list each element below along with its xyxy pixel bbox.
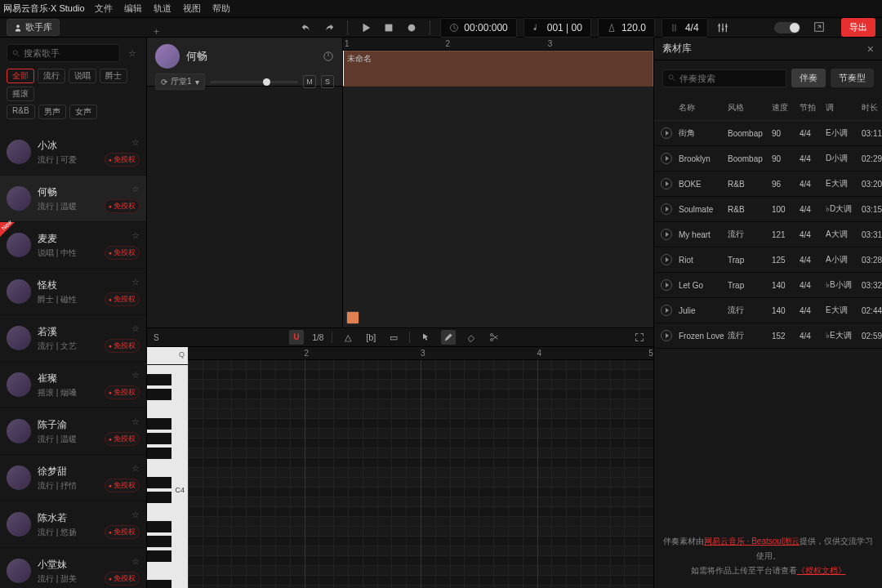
playhead[interactable] (343, 51, 344, 86)
timesig-readout[interactable]: 4/4 (662, 18, 708, 38)
singer-item[interactable]: 崔璨摇滚 | 烟嗓☆免授权 (0, 362, 146, 408)
singer-item[interactable]: 怪枝爵士 | 磁性☆免授权 (0, 269, 146, 315)
black-key[interactable] (147, 448, 172, 459)
black-key[interactable] (147, 433, 172, 444)
undo-button[interactable] (298, 20, 314, 36)
play-preview-button[interactable] (661, 305, 672, 316)
favorite-star[interactable]: ☆ (131, 277, 140, 287)
license-doc-link[interactable]: 《授权文档》 (797, 566, 846, 575)
beatsoul-link[interactable]: 网易云音乐 · Beatsoul潮云 (704, 537, 800, 546)
play-preview-button[interactable] (661, 279, 672, 291)
black-key[interactable] (147, 418, 172, 430)
stop-button[interactable] (381, 20, 397, 36)
singers-list[interactable]: 小冰流行 | 可爱☆免授权何畅流行 | 温暖☆免授权New麦麦说唱 | 中性☆免… (0, 129, 146, 588)
singer-item[interactable]: 小堂妹流行 | 甜美☆免授权 (0, 548, 146, 588)
library-row[interactable]: Frozen Love流行1524/4♭E大调02:59 (654, 323, 882, 349)
pencil-tool[interactable] (441, 330, 456, 345)
singer-search-wrapper[interactable] (7, 44, 120, 62)
singer-item[interactable]: 陈子渝流行 | 温暖☆免授权 (0, 408, 146, 455)
favorite-star[interactable]: ☆ (131, 556, 140, 567)
singer-search-input[interactable] (24, 48, 114, 58)
favorite-star[interactable]: ☆ (131, 370, 140, 381)
mixer-button[interactable] (715, 20, 731, 36)
record-button[interactable] (403, 20, 420, 36)
play-preview-button[interactable] (661, 229, 672, 240)
play-preview-button[interactable] (661, 153, 672, 164)
play-preview-button[interactable] (661, 178, 672, 189)
black-key[interactable] (147, 536, 172, 547)
favorite-star[interactable]: ☆ (131, 463, 140, 474)
menu-track[interactable]: 轨道 (154, 2, 172, 15)
black-key[interactable] (147, 492, 172, 503)
black-key[interactable] (147, 389, 172, 400)
library-row[interactable]: Julie流行1404/4E大调02:44 (654, 298, 882, 323)
genre-tag[interactable]: 摇滚 (7, 87, 34, 101)
genre-tag[interactable]: 说唱 (69, 69, 96, 83)
add-track-button[interactable]: + (154, 26, 159, 38)
loop-indicator[interactable] (346, 311, 359, 324)
favorite-star[interactable]: ☆ (131, 137, 140, 148)
time-readout[interactable]: 00:00:000 (440, 18, 516, 38)
solo-button[interactable]: S (321, 75, 334, 88)
favorite-star[interactable]: ☆ (131, 416, 140, 427)
power-icon[interactable] (323, 51, 334, 62)
play-preview-button[interactable] (661, 254, 672, 265)
genre-tag[interactable]: 流行 (38, 69, 65, 83)
singer-item[interactable]: 何畅流行 | 温暖☆免授权 (0, 176, 146, 222)
singer-item[interactable]: 陈水若流行 | 悠扬☆免授权 (0, 501, 146, 548)
play-preview-button[interactable] (661, 127, 672, 139)
favorite-star[interactable]: ☆ (131, 184, 140, 194)
library-row[interactable]: BrooklynBoombap904/4D小调02:29 (654, 146, 882, 172)
genre-tag[interactable]: 爵士 (100, 69, 127, 83)
singer-item[interactable]: New麦麦说唱 | 中性☆免授权 (0, 222, 146, 269)
library-row[interactable]: SoulmateR&B1004/4♭D大调03:15 (654, 197, 882, 222)
singer-item[interactable]: 若溪流行 | 文艺☆免授权 (0, 315, 146, 362)
popout-button[interactable] (813, 21, 825, 34)
mute-button[interactable]: M (303, 75, 316, 88)
snap-value[interactable]: 1/8 (312, 333, 323, 342)
genre-tag[interactable]: R&B (7, 105, 35, 119)
close-library-button[interactable]: × (867, 42, 874, 56)
export-button[interactable]: 导出 (841, 18, 875, 37)
tab-rhythm[interactable]: 节奏型 (831, 69, 874, 87)
piano-keyboard[interactable]: QC4 (147, 347, 188, 588)
black-key[interactable] (147, 477, 172, 488)
play-preview-button[interactable] (661, 330, 672, 341)
black-key[interactable] (147, 580, 172, 588)
black-key[interactable] (147, 521, 172, 532)
library-row[interactable]: RiotTrap1254/4A小调03:28 (654, 247, 882, 273)
menu-view[interactable]: 视图 (183, 2, 201, 15)
tempo-readout[interactable]: 120.0 (598, 18, 655, 38)
genre-tag[interactable]: 女声 (69, 105, 97, 119)
preset-selector[interactable]: ⟳厅堂1▾ (155, 74, 205, 90)
library-row[interactable]: 街角Boombap904/4E小调03:11 (654, 121, 882, 146)
redo-button[interactable] (321, 20, 337, 36)
singer-item[interactable]: 徐梦甜流行 | 抒情☆免授权 (0, 455, 146, 501)
tab-accompaniment[interactable]: 伴奏 (791, 69, 826, 87)
library-row[interactable]: Let GoTrap1404/4♭B小调03:32 (654, 273, 882, 298)
favorite-star[interactable]: ☆ (131, 510, 140, 520)
library-search-input[interactable] (679, 74, 781, 83)
piano-ruler[interactable]: 2 3 4 5 (188, 347, 653, 360)
tool-a[interactable]: △ (341, 330, 355, 345)
singer-library-tab[interactable]: 歌手库 (7, 19, 60, 36)
menu-file[interactable]: 文件 (95, 2, 113, 15)
timeline-ruler[interactable]: 1 2 3 (343, 38, 653, 51)
favorite-star[interactable]: ☆ (131, 323, 140, 334)
expand-button[interactable] (632, 330, 647, 345)
genre-tag[interactable]: 全部 (7, 69, 34, 83)
menu-edit[interactable]: 编辑 (124, 2, 142, 15)
cursor-tool[interactable] (418, 330, 433, 345)
singer-item[interactable]: 小冰流行 | 可爱☆免授权 (0, 129, 146, 176)
tool-b[interactable]: [b] (363, 330, 378, 345)
magnet-button[interactable] (289, 330, 304, 345)
library-row[interactable]: My heart流行1214/4A大调03:31 (654, 222, 882, 247)
timeline[interactable]: 1 2 3 未命名 (343, 38, 653, 86)
favorites-filter[interactable]: ☆ (125, 48, 140, 59)
toggle-switch[interactable] (774, 22, 800, 33)
black-key[interactable] (147, 374, 172, 385)
bars-readout[interactable]: 001 | 00 (523, 18, 591, 38)
play-button[interactable] (358, 20, 374, 36)
volume-slider[interactable] (210, 81, 298, 83)
play-preview-button[interactable] (661, 203, 672, 215)
